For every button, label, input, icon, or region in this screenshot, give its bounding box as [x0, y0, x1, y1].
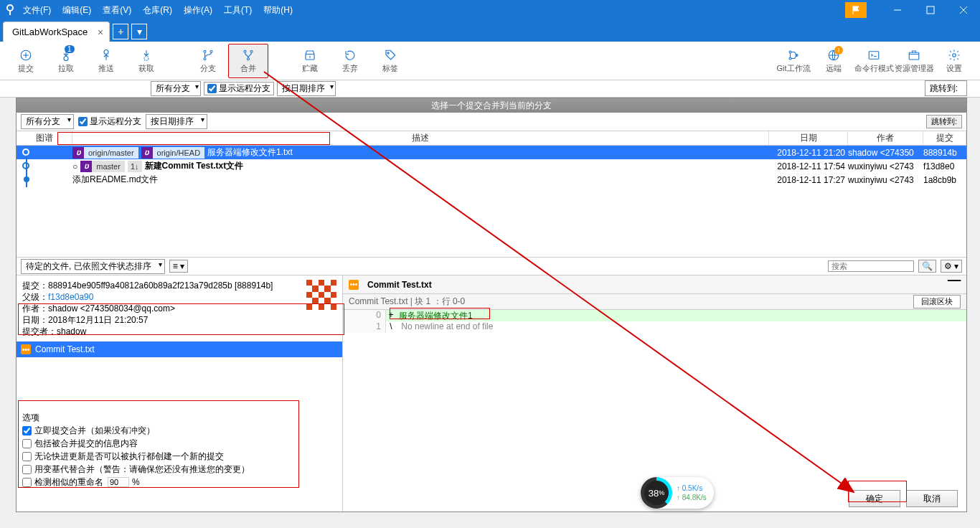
th-desc[interactable]: 描述 [72, 131, 769, 145]
title-bar: 文件(F) 编辑(E) 查看(V) 仓库(R) 操作(A) 工具(T) 帮助(H… [0, 0, 980, 20]
opt-no-ff[interactable]: 无论快进更新是否可以被执行都创建一个新的提交 [22, 450, 298, 463]
svg-point-17 [248, 58, 250, 60]
ref-master: ʋmaster [80, 161, 125, 172]
menu-action[interactable]: 操作(A) [184, 4, 212, 16]
svg-point-9 [64, 57, 68, 61]
commit-author: shadow <274350 [848, 148, 923, 158]
head-marker-icon: ○ [72, 161, 77, 171]
dialog-title: 选择一个提交合并到当前的分支 [17, 98, 966, 113]
bg-filter-remote-wrap[interactable]: 显示远程分支 [204, 82, 274, 95]
opt-commit-merge-checkbox[interactable] [22, 426, 32, 435]
opt-commit-merge[interactable]: 立即提交合并（如果没有冲突） [22, 424, 298, 437]
tag-button[interactable]: 标签 [370, 44, 410, 78]
search-submit-icon[interactable]: 🔍 [918, 260, 936, 273]
diff-line: 0 + 服务器端修改文件1 [343, 310, 966, 321]
commit-date: 2018-12-11 17:27 [769, 175, 848, 185]
push-button[interactable]: 推送 [86, 44, 126, 78]
svg-rect-1 [9, 11, 11, 15]
window-maximize-icon[interactable] [914, 0, 947, 20]
menu-edit[interactable]: 编辑(E) [62, 4, 91, 16]
tabs-bar: GitLabWorkSpace × + ▾ [0, 20, 980, 42]
main-toolbar: 提交 1拉取 推送 获取 分支 合并 贮藏 丢弃 标签 Git工作流 !远端 命… [0, 42, 980, 80]
stash-button[interactable]: 贮藏 [290, 44, 330, 78]
svg-point-0 [7, 5, 13, 11]
merge-button[interactable]: 合并 [228, 44, 268, 78]
file-item[interactable]: ••• Commit Test.txt [17, 341, 342, 357]
details-right: ••• Commit Test.txt ▔▔ Commit Test.txt |… [343, 275, 966, 512]
remote-button[interactable]: !远端 [814, 44, 854, 78]
window-close-icon[interactable] [947, 0, 980, 20]
th-author[interactable]: 作者 [848, 131, 923, 145]
th-graph[interactable]: 图谱 [17, 131, 72, 145]
cmdline-button[interactable]: 命令行模式 [854, 44, 894, 78]
menu-view[interactable]: 查看(V) [103, 4, 131, 16]
flag-button[interactable] [845, 2, 867, 18]
search-input[interactable] [828, 260, 914, 272]
svg-point-16 [250, 50, 253, 52]
pull-button[interactable]: 1拉取 [46, 44, 86, 78]
rollback-hunk-button[interactable]: 回滚区块 [913, 295, 961, 308]
opt-include-msg[interactable]: 包括被合并提交的信息内容 [22, 437, 298, 450]
ok-button[interactable]: 确定 [849, 490, 900, 507]
explorer-button[interactable]: 资源管理器 [894, 44, 934, 78]
bg-filter-sort[interactable]: 按日期排序 [277, 81, 336, 96]
opt-rebase-checkbox[interactable] [22, 465, 32, 474]
merge-dialog: 选择一个提交合并到当前的分支 所有分支 显示远程分支 按日期排序 跳转到: 图谱… [16, 98, 967, 512]
detail-settings-button[interactable]: ⚙ ▾ [941, 260, 962, 273]
dlg-sort-dropdown[interactable]: 按日期排序 [146, 114, 207, 129]
bg-jump-button[interactable]: 跳转到: [925, 80, 967, 96]
svg-point-19 [387, 52, 389, 54]
commit-row[interactable]: ○ ʋmaster 1↓ 新建Commit Test.txt文件 2018-12… [17, 159, 966, 173]
ref-origin-master: ʋorigin/master [72, 147, 138, 159]
tab-label: GitLabWorkSpace [12, 27, 88, 37]
diff-menu-button[interactable]: ▔▔ [948, 280, 961, 290]
commit-hash: f13d8e0 [923, 161, 966, 171]
opt-include-msg-checkbox[interactable] [22, 439, 32, 448]
file-sort-dropdown[interactable]: 待定的文件, 已依照文件状态排序 [21, 259, 165, 274]
branch-button[interactable]: 分支 [188, 44, 228, 78]
tab-dropdown-button[interactable]: ▾ [131, 24, 147, 39]
commit-avatar-icon [306, 280, 336, 310]
menu-repo[interactable]: 仓库(R) [143, 4, 172, 16]
opt-rebase[interactable]: 用变基代替合并（警告：请确保您还没有推送您的变更） [22, 463, 298, 476]
discard-button[interactable]: 丢弃 [330, 44, 370, 78]
commit-row[interactable]: ʋorigin/master ʋorigin/HEAD 服务器端修改文件1.tx… [17, 146, 966, 159]
window-minimize-icon[interactable] [881, 0, 914, 20]
commit-desc: 服务器端修改文件1.txt [207, 146, 293, 159]
commit-button[interactable]: 提交 [6, 44, 46, 78]
dlg-filter-branches[interactable]: 所有分支 [21, 114, 74, 129]
menu-help[interactable]: 帮助(H) [263, 4, 293, 16]
dlg-show-remote-label: 显示远程分支 [90, 116, 141, 128]
tab-close-icon[interactable]: × [98, 27, 103, 38]
th-date[interactable]: 日期 [769, 131, 848, 145]
commit-author: wuxinyiwu <2743 [848, 175, 923, 185]
gitflow-button[interactable]: Git工作流 [773, 44, 814, 78]
file-name: Commit Test.txt [35, 344, 94, 354]
fetch-button[interactable]: 获取 [126, 44, 166, 78]
svg-point-26 [953, 54, 956, 57]
diff-filename: Commit Test.txt [367, 280, 432, 290]
menu-file[interactable]: 文件(F) [23, 4, 51, 16]
file-status-icon: ••• [21, 344, 31, 354]
list-view-button[interactable]: ≡ ▾ [169, 260, 188, 273]
svg-point-13 [204, 58, 206, 60]
th-commit[interactable]: 提交 [923, 131, 966, 145]
opt-no-ff-checkbox[interactable] [22, 452, 32, 461]
new-tab-button[interactable]: + [113, 24, 128, 39]
bg-filter-branches[interactable]: 所有分支 [151, 81, 201, 96]
svg-point-21 [789, 57, 791, 60]
dlg-show-remote-checkbox[interactable] [78, 117, 88, 126]
commit-hash: 888914b [923, 148, 966, 158]
parent-link[interactable]: f13d8e0a90 [48, 292, 93, 302]
cancel-button[interactable]: 取消 [906, 490, 958, 507]
behind-count: 1↓ [128, 161, 142, 172]
svg-point-15 [244, 50, 246, 52]
commit-meta: 提交：888914be905ff9a40812a60b89a2f213a79d2… [17, 275, 342, 341]
commit-row[interactable]: 添加README.md文件 2018-12-11 17:27 wuxinyiwu… [17, 173, 966, 187]
repo-tab[interactable]: GitLabWorkSpace × [3, 22, 110, 42]
dlg-jump-button[interactable]: 跳转到: [926, 115, 962, 128]
diff-content: 0 + 服务器端修改文件1 1 \ No newline at end of f… [343, 310, 966, 333]
menu-tools[interactable]: 工具(T) [224, 4, 252, 16]
settings-button[interactable]: 设置 [934, 44, 974, 78]
file-status-icon: ••• [349, 280, 359, 290]
